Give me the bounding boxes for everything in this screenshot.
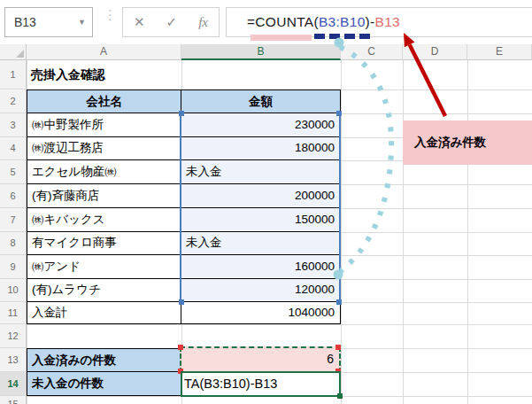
cell-a14-unpaid-label[interactable]: 未入金の件数 [27, 372, 181, 396]
cancel-icon[interactable]: ✕ [134, 14, 145, 30]
range-handle-top-left[interactable] [179, 111, 184, 116]
formula-cell-ref: B13 [375, 14, 400, 29]
row-header-4[interactable]: 4 [0, 137, 27, 160]
cell-a4[interactable]: ㈱渡辺工務店 [27, 137, 181, 160]
formula-bar-drag-handle[interactable]: ⋮ [104, 12, 117, 19]
formula-function-part: =COUNTA( [247, 14, 319, 29]
cell-a2-company-header[interactable]: 会社名 [27, 89, 181, 113]
name-box-dropdown-icon[interactable]: ▼ [78, 8, 86, 36]
row-header-8[interactable]: 8 [0, 232, 27, 255]
fill-handle[interactable] [337, 393, 343, 399]
row-header-14[interactable]: 14 [0, 372, 27, 396]
row-header-9[interactable]: 9 [0, 255, 27, 279]
cell-a5[interactable]: エクセル物産㈱ [27, 160, 181, 184]
column-header-b[interactable]: B [181, 44, 341, 60]
range-handle-bottom-right[interactable] [336, 299, 342, 305]
range-ref-dashed-underline [314, 34, 373, 39]
cell-b14-formula-edit[interactable]: TA(B3:B10)-B13 [181, 371, 341, 397]
cell-b3[interactable]: 230000 [181, 113, 341, 137]
cell-a11-total-label[interactable]: 入金計 [27, 302, 181, 324]
cell-a9[interactable]: ㈱アンド [27, 255, 181, 279]
row-header-6[interactable]: 6 [0, 184, 27, 208]
cell-b2-amount-header[interactable]: 金額 [181, 89, 341, 113]
range-handle-top-right[interactable] [336, 111, 342, 116]
column-header-e[interactable]: E [467, 44, 532, 60]
cell-b9[interactable]: 160000 [181, 255, 341, 279]
cell-b13-paid-count[interactable]: 6 [180, 346, 341, 373]
cell-a10[interactable]: (有)ムラウチ [27, 279, 181, 302]
row-header-5[interactable]: 5 [0, 160, 27, 184]
name-box[interactable]: B13 ▼ [4, 7, 93, 37]
formula-text: =COUNTA(B3:B10)-B13 [247, 8, 400, 36]
cell-b5[interactable]: 未入金 [181, 160, 341, 184]
range-handle-bottom-left[interactable] [179, 299, 184, 305]
cell-a8[interactable]: 有マイクロ商事 [27, 232, 181, 255]
cell-b10[interactable]: 120000 [181, 279, 341, 302]
enter-icon[interactable]: ✓ [166, 14, 178, 30]
select-all-corner[interactable] [0, 44, 27, 60]
cell-a6[interactable]: (有)斉藤商店 [27, 184, 181, 208]
row-header-1[interactable]: 1 [0, 60, 27, 89]
cell-b6[interactable]: 200000 [181, 184, 341, 208]
cell-a13-paid-label[interactable]: 入金済みの件数 [27, 348, 181, 372]
formula-bar[interactable]: =COUNTA(B3:B10)-B13 [226, 7, 532, 37]
ref-handle-top-right[interactable] [335, 345, 341, 350]
cell-a7[interactable]: ㈱キバックス [27, 208, 181, 232]
row-header-13[interactable]: 13 [0, 348, 27, 372]
ref-handle-top-left[interactable] [178, 345, 183, 350]
column-header-c[interactable]: C [341, 44, 403, 60]
cell-b8[interactable]: 未入金 [181, 232, 341, 255]
row-header-11[interactable]: 11 [0, 302, 27, 324]
name-box-value: B13 [14, 15, 36, 29]
cell-b4[interactable]: 180000 [181, 137, 341, 160]
row-header-7[interactable]: 7 [0, 208, 27, 232]
row-header-2[interactable]: 2 [0, 89, 27, 113]
formula-highlight-underline [251, 35, 312, 41]
formula-range-ref: B3:B10 [319, 14, 366, 29]
formula-toolbar: ✕ ✓ fx [122, 7, 220, 37]
callout-box: 入金済み件数 [403, 120, 532, 165]
row-header-15[interactable]: 15 [0, 396, 27, 404]
cell-a1-title[interactable]: 売掛入金確認 [27, 60, 181, 89]
cell-a3[interactable]: ㈱中野製作所 [27, 113, 181, 137]
row-header-3[interactable]: 3 [0, 113, 27, 137]
cell-b11-total-value[interactable]: 1040000 [181, 302, 341, 324]
column-header-d[interactable]: D [403, 44, 467, 60]
excel-window: B13 ▼ ⋮ ✕ ✓ fx =COUNTA(B3:B10)-B13 A B C [0, 0, 532, 404]
row-header-12[interactable]: 12 [0, 324, 27, 348]
cell-b7[interactable]: 150000 [181, 208, 341, 232]
formula-operator-part: )- [366, 14, 375, 29]
column-header-a[interactable]: A [27, 44, 181, 60]
row-header-10[interactable]: 10 [0, 279, 27, 302]
insert-function-icon[interactable]: fx [198, 15, 208, 30]
